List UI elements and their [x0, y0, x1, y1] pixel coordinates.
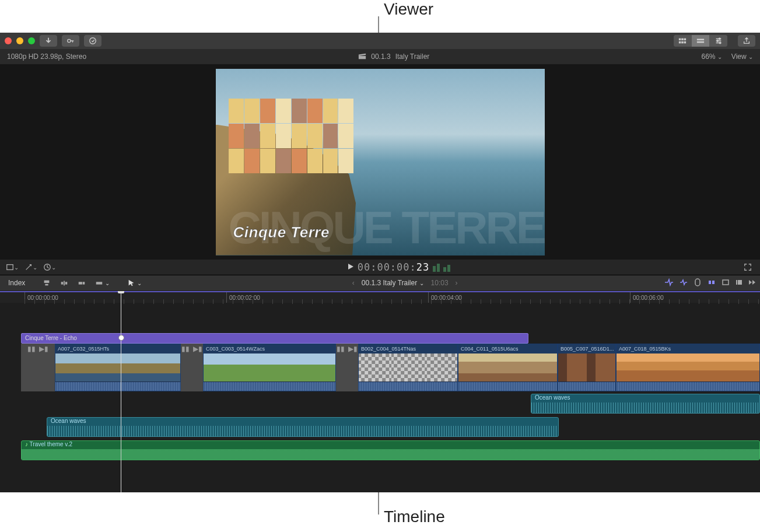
timeline-history-forward[interactable]: ›	[456, 279, 458, 287]
svg-rect-7	[684, 41, 687, 44]
svg-rect-3	[681, 38, 684, 41]
ruler-label: 00:00:00:00	[24, 292, 58, 303]
svg-rect-4	[684, 38, 687, 41]
play-button[interactable]	[347, 263, 354, 272]
title-overlay: Cinque Terre	[233, 223, 330, 242]
audio-clip[interactable]: Ocean waves	[531, 394, 760, 414]
video-format-label: 1080p HD 23.98p, Stereo	[7, 52, 86, 61]
svg-rect-6	[681, 41, 684, 44]
insert-clip-button[interactable]	[57, 278, 72, 288]
video-clip[interactable]: B002_C004_0514TNas	[358, 344, 458, 391]
primary-storyline: ▮▮▶▮A007_C032_0515HTs▮▮▶▮C003_C003_0514W…	[21, 344, 760, 391]
overwrite-clip-button[interactable]: ⌄	[92, 278, 113, 288]
clip-name-label: A007_C032_0515HTs	[55, 344, 180, 354]
prev-edit-button[interactable]	[736, 279, 743, 288]
viewer-controls-bar: ⌄ ⌄ ⌄ 00:00:00:23	[0, 260, 760, 275]
svg-rect-27	[738, 280, 742, 285]
audio-clip-label: Ocean waves	[531, 394, 759, 402]
audio-clip[interactable]: Ocean waves	[47, 417, 559, 437]
clip-name-label: A007_C018_0515BKs	[617, 344, 759, 354]
timeline-area[interactable]: 00:00:00:00 00:00:02:00 00:00:04:00 00:0…	[0, 291, 760, 492]
title-clip[interactable]: Cinque Terre - Echo	[21, 333, 528, 344]
browser-layout-button[interactable]	[674, 35, 691, 47]
clip-name-label: C003_C003_0514WZacs	[204, 344, 335, 354]
zoom-window-button[interactable]	[28, 37, 35, 44]
svg-rect-19	[64, 281, 65, 286]
timeline-index-button[interactable]: Index	[5, 278, 29, 288]
svg-point-11	[717, 40, 719, 42]
timeline-history-back[interactable]: ‹	[352, 279, 355, 287]
svg-rect-23	[709, 281, 711, 284]
clip-appearance-menu[interactable]: ⌄	[5, 261, 20, 273]
svg-rect-9	[697, 41, 704, 43]
inspector-toggle-button[interactable]	[710, 35, 727, 47]
audio-clip[interactable]: Travel theme v.2	[21, 440, 760, 460]
window-controls	[5, 37, 35, 44]
audio-skimming-toggle[interactable]	[680, 278, 688, 288]
svg-rect-26	[736, 280, 737, 285]
append-clip-button[interactable]	[74, 278, 89, 288]
transition-clip[interactable]: ▮▮▶▮	[336, 344, 358, 391]
svg-point-1	[90, 38, 96, 44]
timeline-project-name-menu[interactable]: Italy Trailer ⌄	[383, 279, 424, 287]
svg-rect-24	[712, 281, 715, 284]
snapping-toggle[interactable]	[708, 278, 716, 288]
zoom-level-dropdown[interactable]: 66% ⌄	[701, 52, 722, 61]
window-titlebar	[0, 33, 760, 49]
playhead[interactable]	[121, 291, 121, 492]
svg-rect-21	[83, 282, 85, 284]
keyword-button[interactable]	[62, 35, 79, 47]
project-info-bar: 1080p HD 23.98p, Stereo 00.1.3 Italy Tra…	[0, 49, 760, 64]
svg-point-10	[719, 38, 720, 40]
audio-clip-label: Ocean waves	[47, 418, 558, 426]
svg-rect-15	[44, 281, 50, 283]
video-clip[interactable]: A007_C018_0515BKs	[616, 344, 760, 391]
svg-rect-18	[65, 282, 68, 284]
next-edit-button[interactable]	[748, 279, 755, 288]
svg-rect-25	[723, 280, 729, 285]
ruler-label: 00:00:04:00	[428, 292, 462, 303]
close-window-button[interactable]	[5, 37, 12, 44]
minimize-window-button[interactable]	[16, 37, 23, 44]
svg-rect-16	[45, 284, 48, 286]
timeline-toolbar: Index ⌄ ⌄ ‹ 00.1.3 Italy Trailer ⌄ 10:03…	[0, 275, 760, 291]
svg-point-0	[68, 39, 71, 42]
render-button[interactable]	[722, 278, 730, 288]
svg-rect-20	[79, 282, 82, 284]
viewer-callout-label: Viewer	[384, 0, 433, 19]
svg-rect-13	[7, 265, 13, 270]
fullscreen-button[interactable]	[740, 261, 755, 273]
video-clip[interactable]: A007_C032_0515HTs	[55, 344, 181, 391]
clip-name-label: B002_C004_0514TNas	[359, 344, 457, 354]
video-clip[interactable]: B005_C007_0516D1...	[558, 344, 616, 391]
timeline-layout-button[interactable]	[692, 35, 709, 47]
clip-name-label: C004_C011_0515U6acs	[458, 344, 557, 354]
viewer-area: CINQUE TERRE Cinque Terre	[0, 64, 760, 260]
timeline-duration: 10:03	[431, 279, 449, 287]
timeline-callout-line	[378, 491, 379, 514]
effects-menu[interactable]: ⌄	[23, 261, 38, 273]
connect-clip-button[interactable]	[39, 278, 54, 288]
viewer-canvas[interactable]: CINQUE TERRE Cinque Terre	[216, 69, 545, 256]
view-menu-dropdown[interactable]: View ⌄	[731, 52, 753, 61]
timecode-display[interactable]: 00:00:00:23	[358, 261, 430, 273]
clip-name-label: B005_C007_0516D1...	[558, 344, 615, 354]
solo-toggle[interactable]	[694, 278, 702, 288]
skimming-toggle[interactable]	[664, 278, 674, 288]
workspace-layout-segment	[674, 35, 727, 47]
project-code-label: 00.1.3	[371, 52, 390, 61]
retime-menu[interactable]: ⌄	[42, 261, 57, 273]
video-clip[interactable]: C004_C011_0515U6acs	[458, 344, 558, 391]
timeline-callout-label: Timeline	[384, 508, 445, 526]
share-button[interactable]	[738, 35, 755, 47]
select-tool-menu[interactable]: ⌄	[124, 278, 145, 288]
timeline-ruler[interactable]: 00:00:00:00 00:00:02:00 00:00:04:00 00:0…	[0, 291, 760, 303]
import-button[interactable]	[40, 35, 57, 47]
transition-clip[interactable]: ▮▮▶▮	[21, 344, 55, 391]
svg-rect-17	[61, 282, 64, 284]
background-tasks-button[interactable]	[84, 35, 101, 47]
transition-clip[interactable]: ▮▮▶▮	[181, 344, 203, 391]
video-clip[interactable]: C003_C003_0514WZacs	[203, 344, 336, 391]
svg-rect-2	[679, 38, 681, 41]
svg-rect-5	[679, 41, 681, 44]
